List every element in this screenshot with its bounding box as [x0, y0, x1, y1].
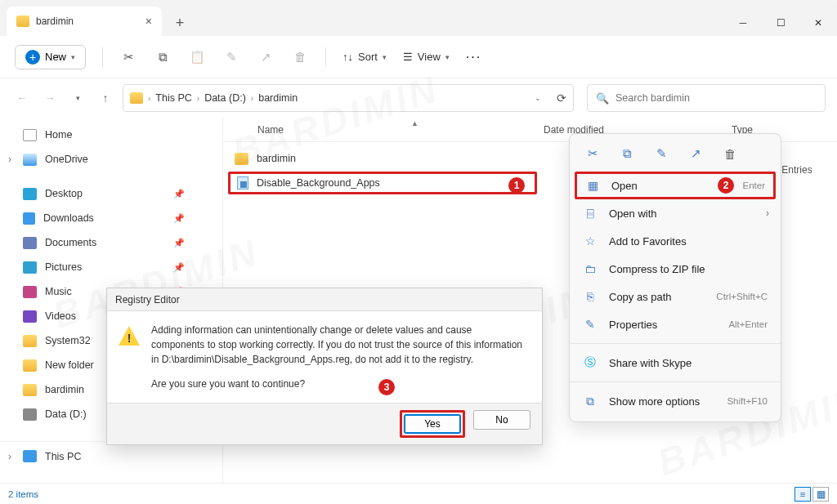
pc-icon: [23, 450, 37, 462]
shortcut-label: Ctrl+Shift+C: [716, 292, 768, 301]
copy-icon[interactable]: ⧉: [615, 144, 638, 163]
sidebar-item-pictures[interactable]: Pictures📌: [0, 255, 222, 279]
sidebar-item-onedrive[interactable]: OneDrive: [0, 147, 222, 172]
sidebar-item-label: Music: [45, 286, 72, 297]
sidebar-item-label: This PC: [45, 451, 81, 462]
status-bar: 2 items ≡ ▦: [0, 483, 837, 504]
cut-icon[interactable]: ✂: [119, 48, 137, 66]
share-icon[interactable]: ↗: [257, 48, 275, 66]
cut-icon[interactable]: ✂: [581, 144, 604, 163]
window-tab[interactable]: bardimin ×: [7, 7, 162, 36]
sidebar-item-label: System32: [45, 335, 91, 346]
search-input[interactable]: [615, 92, 817, 104]
details-view-button[interactable]: ≡: [794, 487, 811, 502]
back-button[interactable]: ←: [11, 87, 33, 109]
zip-icon: 🗀: [583, 261, 598, 276]
view-label: View: [418, 51, 441, 63]
share-icon[interactable]: ↗: [684, 144, 707, 163]
breadcrumb-thispc[interactable]: This PC: [155, 92, 191, 104]
folder-icon: [130, 92, 143, 104]
downloads-icon: [23, 212, 35, 225]
column-name[interactable]: Name: [223, 124, 544, 136]
refresh-icon[interactable]: ⟳: [557, 91, 566, 105]
sidebar-item-desktop[interactable]: Desktop📌: [0, 181, 222, 206]
folder-icon: [16, 16, 29, 27]
breadcrumb-drive[interactable]: Data (D:): [204, 92, 246, 104]
sort-button[interactable]: ↑↓ Sort ▾: [342, 51, 387, 63]
recent-button[interactable]: ▾: [67, 87, 88, 109]
toolbar: + New ▾ ✂ ⧉ 📋 ✎ ↗ 🗑 ↑↓ Sort ▾ ☰ View ▾ ·…: [0, 36, 837, 78]
openwith-icon: ⌸: [583, 206, 598, 221]
annotation-badge-2: 2: [718, 177, 734, 194]
copypath-icon: ⎘: [583, 289, 598, 304]
annotation-badge-3: 3: [378, 379, 395, 395]
context-menu: ✂ ⧉ ✎ ↗ 🗑 ▦ Open 2 Enter ⌸ Open with › ☆…: [569, 133, 781, 422]
ctx-item-copypath[interactable]: ⎘ Copy as path Ctrl+Shift+C: [570, 283, 781, 310]
pin-icon: 📌: [173, 238, 185, 248]
no-button[interactable]: No: [473, 410, 530, 430]
ctx-item-open[interactable]: ▦ Open 2 Enter: [575, 172, 776, 199]
maximize-button[interactable]: ☐: [762, 10, 799, 36]
ctx-item-skype[interactable]: Ⓢ Share with Skype: [570, 349, 781, 377]
breadcrumb-folder[interactable]: bardimin: [258, 92, 298, 104]
properties-icon: ✎: [583, 317, 598, 332]
file-name: bardimin: [257, 153, 296, 164]
ctx-label: Add to Favorites: [609, 235, 687, 248]
chevron-down-icon[interactable]: ⌄: [535, 94, 541, 102]
ctx-label: Open with: [609, 207, 657, 220]
home-icon: [23, 129, 37, 141]
music-icon: [23, 286, 37, 298]
pin-icon: 📌: [173, 189, 185, 199]
dialog-question: Are you sure you want to continue?: [151, 377, 527, 391]
sidebar-item-downloads[interactable]: Downloads📌: [0, 206, 222, 230]
close-tab-icon[interactable]: ×: [145, 15, 152, 28]
sidebar-item-label: New folder: [45, 359, 94, 371]
up-button[interactable]: ↑: [95, 87, 116, 109]
file-row-regfile[interactable]: Disable_Background_Apps 1: [228, 172, 537, 194]
ctx-item-openwith[interactable]: ⌸ Open with ›: [570, 199, 781, 227]
ctx-item-compress[interactable]: 🗀 Compress to ZIP file: [570, 255, 781, 283]
ctx-item-more[interactable]: ⧉ Show more options Shift+F10: [570, 387, 781, 415]
address-bar[interactable]: › This PC › Data (D:) › bardimin ⌄ ⟳: [123, 84, 574, 112]
more-button[interactable]: ···: [466, 50, 481, 65]
cloud-icon: [23, 154, 37, 166]
ctx-label: Open: [611, 180, 638, 192]
forward-button[interactable]: →: [39, 87, 60, 109]
annotation-badge-1: 1: [508, 177, 525, 194]
chevron-down-icon: ▾: [383, 53, 387, 61]
sort-asc-icon: ▲: [411, 119, 418, 127]
sidebar-item-label: Downloads: [43, 212, 94, 224]
plus-icon: +: [25, 50, 40, 65]
minimize-button[interactable]: ─: [724, 10, 762, 36]
folder-icon: [23, 384, 37, 396]
sidebar-item-documents[interactable]: Documents📌: [0, 230, 222, 255]
shortcut-label: Shift+F10: [727, 396, 768, 406]
sidebar-item-home[interactable]: Home: [0, 123, 222, 147]
rename-icon[interactable]: ✎: [222, 48, 240, 66]
star-icon: ☆: [583, 234, 598, 248]
yes-button[interactable]: Yes: [404, 414, 461, 434]
shortcut-label: Enter: [743, 181, 766, 190]
view-button[interactable]: ☰ View ▾: [403, 51, 450, 63]
chevron-down-icon: ▾: [71, 53, 75, 61]
videos-icon: [23, 310, 37, 323]
delete-icon[interactable]: 🗑: [291, 48, 309, 66]
close-button[interactable]: ✕: [799, 10, 837, 36]
drive-icon: [23, 408, 37, 421]
ctx-item-properties[interactable]: ✎ Properties Alt+Enter: [570, 310, 781, 338]
sidebar-item-label: Data (D:): [45, 408, 87, 420]
pin-icon: 📌: [173, 262, 185, 273]
new-tab-button[interactable]: +: [167, 10, 193, 36]
rename-icon[interactable]: ✎: [650, 144, 673, 163]
ctx-item-favorites[interactable]: ☆ Add to Favorites: [570, 227, 781, 255]
pictures-icon: [23, 261, 37, 274]
registry-dialog: Registry Editor Adding information can u…: [106, 288, 543, 445]
paste-icon[interactable]: 📋: [188, 48, 206, 66]
copy-icon[interactable]: ⧉: [154, 48, 172, 66]
new-button[interactable]: + New ▾: [15, 45, 86, 69]
item-count: 2 items: [8, 489, 38, 499]
search-box[interactable]: 🔍: [587, 84, 826, 112]
chevron-right-icon: ›: [766, 207, 769, 219]
delete-icon[interactable]: 🗑: [718, 144, 741, 163]
icons-view-button[interactable]: ▦: [812, 487, 829, 502]
